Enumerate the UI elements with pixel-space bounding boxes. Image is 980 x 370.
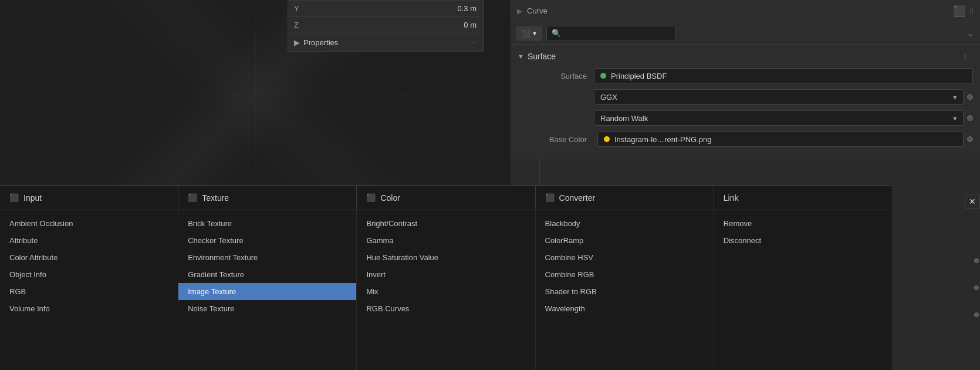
converter-col-title: Converter: [559, 193, 595, 203]
panel-expand-button[interactable]: ⌄: [967, 28, 974, 39]
surface-section: ▼ Surface ⣿ Surface Principled BSDF GGX …: [511, 45, 980, 159]
panel-toolbar: ⬛ ▾ 🔍 ⌄: [511, 22, 980, 45]
z-value: 0 m: [312, 21, 484, 29]
random-walk-row: Random Walk ▾: [594, 109, 973, 127]
dots-grid-icon: ⣿: [969, 8, 974, 14]
menu-item-combine-rgb[interactable]: Combine RGB: [536, 266, 714, 283]
menu-item-colorramp[interactable]: ColorRamp: [536, 232, 714, 249]
link-section: Remove Disconnect: [714, 210, 892, 370]
color-section: Bright/Contrast Gamma Hue Saturation Val…: [357, 210, 535, 370]
dropdown-body: Ambient Occlusion Attribute Color Attrib…: [0, 210, 892, 370]
ggx-field[interactable]: GGX ▾: [594, 89, 964, 105]
menu-item-mix[interactable]: Mix: [357, 283, 535, 300]
surface-value-field[interactable]: Principled BSDF: [594, 68, 973, 83]
transform-panel: Y 0.3 m Z 0 m ▶ Properties ···: [288, 0, 484, 52]
surface-prop-row: Surface Principled BSDF: [518, 67, 973, 85]
properties-row[interactable]: ▶ Properties ···: [288, 33, 484, 51]
color-col-title: Color: [380, 193, 400, 203]
edge-dot-3: [974, 312, 979, 317]
base-color-value: Instagram-lo…rent-PNG.png: [614, 135, 711, 144]
base-color-field[interactable]: Instagram-lo…rent-PNG.png: [597, 132, 964, 147]
y-label: Y: [288, 4, 312, 13]
menu-item-volume-info[interactable]: Volume Info: [0, 300, 178, 317]
texture-col-title: Texture: [202, 193, 229, 203]
menu-item-wavelength[interactable]: Wavelength: [536, 300, 714, 317]
texture-col-icon: ⬛: [188, 193, 197, 202]
curve-left-dots: ▶: [517, 7, 522, 15]
node-icon: ⬛: [522, 29, 530, 38]
ggx-connector-dot: [967, 94, 973, 100]
menu-item-image-texture[interactable]: Image Texture: [178, 283, 356, 300]
expand-icon[interactable]: ⬛: [953, 5, 966, 18]
surface-heading: Surface: [528, 52, 556, 61]
surface-arrow-icon: ▼: [518, 53, 524, 60]
random-walk-arrow-icon: ▾: [953, 114, 957, 123]
surface-prop-label: Surface: [518, 72, 594, 80]
y-transform-row[interactable]: Y 0.3 m: [288, 1, 484, 17]
base-color-connector-dot: [967, 136, 973, 142]
input-section: Ambient Occlusion Attribute Color Attrib…: [0, 210, 178, 370]
menu-item-color-attribute[interactable]: Color Attribute: [0, 249, 178, 266]
search-icon: 🔍: [552, 29, 561, 38]
top-bar: ▶ Curve ⬛ ⣿: [511, 0, 980, 22]
y-value: 0.3 m: [312, 4, 484, 13]
menu-item-bright-contrast[interactable]: Bright/Contrast: [357, 215, 535, 232]
properties-label: Properties: [303, 38, 338, 47]
close-icon: ✕: [969, 197, 976, 206]
menu-item-remove[interactable]: Remove: [714, 215, 892, 232]
base-color-label: Base Color: [518, 135, 594, 144]
menu-item-object-info[interactable]: Object Info: [0, 266, 178, 283]
menu-item-noise-texture[interactable]: Noise Texture: [178, 300, 356, 317]
node-dropdown-panel: ⬛ Input ⬛ Texture ⬛ Color ⬛ Converter Li…: [0, 185, 892, 370]
edge-dot-2: [974, 285, 979, 290]
search-box[interactable]: 🔍: [546, 26, 675, 41]
dropdown-header: ⬛ Input ⬛ Texture ⬛ Color ⬛ Converter Li…: [0, 186, 892, 210]
menu-item-brick-texture[interactable]: Brick Texture: [178, 215, 356, 232]
menu-item-checker-texture[interactable]: Checker Texture: [178, 232, 356, 249]
link-col-title: Link: [724, 193, 739, 203]
color-column-header: ⬛ Color: [357, 186, 535, 210]
menu-item-environment-texture[interactable]: Environment Texture: [178, 249, 356, 266]
menu-item-gradient-texture[interactable]: Gradient Texture: [178, 266, 356, 283]
ggx-arrow-icon: ▾: [953, 93, 957, 102]
menu-item-attribute[interactable]: Attribute: [0, 232, 178, 249]
input-column-header: ⬛ Input: [0, 186, 178, 210]
surface-value-text: Principled BSDF: [611, 72, 667, 80]
base-color-dot-icon: [604, 136, 610, 142]
menu-item-rgb-curves[interactable]: RGB Curves: [357, 300, 535, 317]
random-walk-field[interactable]: Random Walk ▾: [594, 110, 964, 126]
menu-item-ambient-occlusion[interactable]: Ambient Occlusion: [0, 215, 178, 232]
menu-item-blackbody[interactable]: Blackbody: [536, 215, 714, 232]
surface-header-dots: ⣿: [963, 53, 968, 60]
edge-dots-panel: [974, 258, 979, 317]
z-transform-row[interactable]: Z 0 m: [288, 17, 484, 33]
node-btn-arrow: ▾: [533, 29, 536, 38]
base-color-row: Base Color Instagram-lo…rent-PNG.png: [518, 130, 973, 148]
texture-section: Brick Texture Checker Texture Environmen…: [178, 210, 357, 370]
close-button[interactable]: ✕: [965, 194, 980, 209]
menu-item-invert[interactable]: Invert: [357, 266, 535, 283]
converter-section: Blackbody ColorRamp Combine HSV Combine …: [536, 210, 714, 370]
properties-dots: ···: [469, 39, 478, 46]
converter-column-header: ⬛ Converter: [536, 186, 714, 210]
link-column-header: Link: [714, 186, 892, 210]
curve-label: Curve: [527, 6, 548, 15]
ggx-row: GGX ▾: [594, 88, 973, 106]
ggx-value: GGX: [600, 93, 617, 102]
menu-item-shader-to-rgb[interactable]: Shader to RGB: [536, 283, 714, 300]
random-walk-connector-dot: [967, 115, 973, 121]
surface-dot-icon: [600, 73, 606, 79]
properties-arrow-icon: ▶: [294, 38, 300, 47]
menu-item-gamma[interactable]: Gamma: [357, 232, 535, 249]
converter-col-icon: ⬛: [545, 193, 555, 202]
texture-column-header: ⬛ Texture: [178, 186, 357, 210]
menu-item-combine-hsv[interactable]: Combine HSV: [536, 249, 714, 266]
menu-item-hue-saturation[interactable]: Hue Saturation Value: [357, 249, 535, 266]
color-col-icon: ⬛: [366, 193, 376, 202]
menu-item-disconnect[interactable]: Disconnect: [714, 232, 892, 249]
node-type-button[interactable]: ⬛ ▾: [516, 26, 542, 41]
random-walk-value: Random Walk: [600, 114, 648, 123]
menu-item-rgb[interactable]: RGB: [0, 283, 178, 300]
input-col-icon: ⬛: [9, 193, 19, 202]
edge-dot-1: [974, 258, 979, 263]
